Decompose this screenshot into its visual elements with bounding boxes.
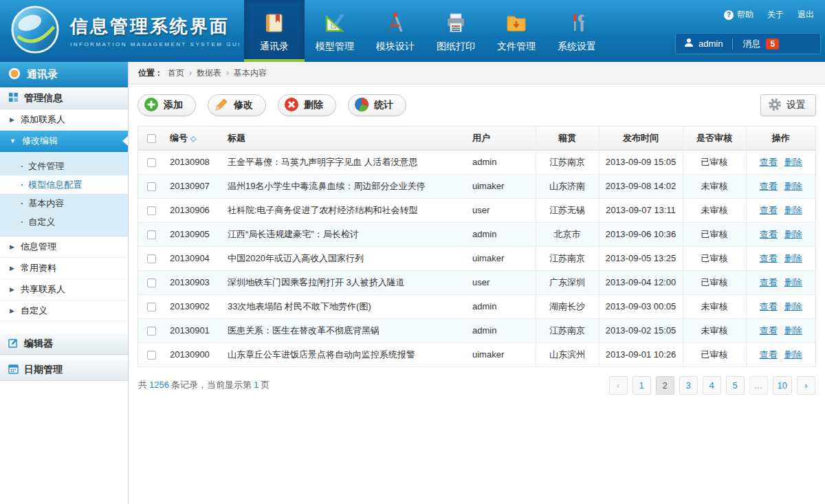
row-checkbox[interactable] xyxy=(147,278,156,287)
view-link[interactable]: 查看 xyxy=(760,277,778,287)
message-count-badge[interactable]: 5 xyxy=(766,39,779,50)
page-button-5[interactable]: 5 xyxy=(726,376,745,395)
row-checkbox[interactable] xyxy=(147,254,156,263)
view-link[interactable]: 查看 xyxy=(760,325,778,336)
table-row: 20130907 温州19名小学生中毒流鼻血续：周边部分企业关停 uimaker… xyxy=(138,174,815,198)
row-checkbox[interactable] xyxy=(147,206,156,215)
record-summary: 共1256条记录，当前显示第1页 xyxy=(138,379,270,391)
row-time: 2013-09-01 10:26 xyxy=(599,342,683,366)
delete-link[interactable]: 删除 xyxy=(784,181,802,191)
sidebar-item-label: 信息管理 xyxy=(21,241,56,253)
row-id: 20130903 xyxy=(164,270,222,294)
tab-print[interactable]: 图纸打印 xyxy=(426,0,486,62)
page-button-1[interactable]: 1 xyxy=(632,376,651,395)
statistics-button[interactable]: 统计 xyxy=(348,94,406,116)
sidebar-title-contacts[interactable]: 通讯录 xyxy=(0,62,128,87)
tab-file-management[interactable]: 文件管理 xyxy=(486,0,547,62)
delete-link[interactable]: 删除 xyxy=(784,229,802,239)
table-row: 20130903 深圳地铁车门因乘客拉闸打开 3人被挤入隧道 user 广东深圳… xyxy=(138,270,815,294)
view-link[interactable]: 查看 xyxy=(760,157,778,167)
row-origin: 江苏南京 xyxy=(536,318,599,342)
subitem-custom[interactable]: · 自定义 xyxy=(0,212,128,231)
bullet-icon: · xyxy=(21,179,23,190)
row-checkbox[interactable] xyxy=(147,182,156,191)
main-content: 位置： 首页 › 数据表 › 基本内容 添加 xyxy=(129,62,825,504)
header-id: 编号 xyxy=(170,133,188,143)
row-title: 社科院:电子商务促进了农村经济结构和社会转型 xyxy=(222,198,467,222)
row-checkbox[interactable] xyxy=(147,351,156,360)
delete-link[interactable]: 删除 xyxy=(784,349,802,360)
edit-button[interactable]: 修改 xyxy=(208,94,266,116)
delete-button[interactable]: 删除 xyxy=(278,94,336,116)
settings-button[interactable]: 设置 xyxy=(760,94,816,116)
statistics-label: 统计 xyxy=(374,99,393,111)
view-link[interactable]: 查看 xyxy=(760,229,778,239)
row-time: 2013-09-08 14:02 xyxy=(599,174,683,198)
view-link[interactable]: 查看 xyxy=(760,181,778,191)
select-all-checkbox[interactable] xyxy=(147,134,156,143)
view-link[interactable]: 查看 xyxy=(760,253,778,263)
add-button[interactable]: 添加 xyxy=(138,94,196,116)
row-user: user xyxy=(467,198,536,222)
delete-link[interactable]: 删除 xyxy=(784,205,802,215)
tab-contacts[interactable]: 通讯录 xyxy=(244,0,305,62)
help-link[interactable]: ? 帮助 xyxy=(724,9,754,21)
app-title: 信息管理系统界面 xyxy=(70,14,241,39)
page-button-4[interactable]: 4 xyxy=(703,376,721,395)
sidebar-item-custom[interactable]: ▶ 自定义 xyxy=(0,300,128,322)
subitem-file-management[interactable]: · 文件管理 xyxy=(0,157,128,175)
tab-module-design[interactable]: 模块设计 xyxy=(365,0,426,62)
page-button-3[interactable]: 3 xyxy=(679,376,698,395)
tab-model-management[interactable]: 模型管理 xyxy=(305,0,365,62)
row-checkbox[interactable] xyxy=(147,327,156,336)
row-time: 2013-09-03 00:05 xyxy=(599,294,683,318)
view-link[interactable]: 查看 xyxy=(760,349,778,360)
delete-link[interactable]: 删除 xyxy=(784,253,802,263)
gear-icon xyxy=(768,98,782,113)
next-page-button[interactable]: › xyxy=(797,376,815,395)
prev-page-button[interactable]: ‹ xyxy=(609,376,628,395)
delete-link[interactable]: 删除 xyxy=(784,301,802,311)
editor-icon xyxy=(8,338,19,350)
delete-link[interactable]: 删除 xyxy=(784,157,802,167)
messages-link[interactable]: 消息 xyxy=(742,38,760,50)
row-user: admin xyxy=(467,150,536,174)
row-checkbox[interactable] xyxy=(147,158,156,167)
breadcrumb-datatable[interactable]: 数据表 xyxy=(197,67,221,79)
sidebar-group-manage-info[interactable]: 管理信息 xyxy=(0,87,128,109)
row-checkbox[interactable] xyxy=(147,303,156,311)
sidebar-item-shared-contacts[interactable]: ▶ 共享联系人 xyxy=(0,279,128,300)
row-id: 20130900 xyxy=(164,342,222,366)
table-row: 20130908 王金平幕僚：马英九声明字字见血 人活着没意思 admin 江苏… xyxy=(138,150,815,174)
subitem-basic-content[interactable]: · 基本内容 xyxy=(0,194,128,212)
page-button-2[interactable]: 2 xyxy=(656,376,674,395)
tab-label: 系统设置 xyxy=(558,41,596,53)
row-user: uimaker xyxy=(467,342,536,366)
logo-area: 信息管理系统界面 INFORMATION MANAGEMENT SYSTEM G… xyxy=(0,0,244,62)
row-id: 20130905 xyxy=(164,222,222,246)
subitem-label: 模型信息配置 xyxy=(28,179,82,191)
logout-link[interactable]: 退出 xyxy=(798,9,814,21)
view-link[interactable]: 查看 xyxy=(760,205,778,215)
breadcrumb-home[interactable]: 首页 xyxy=(168,67,184,79)
sidebar-item-info-management[interactable]: ▶ 信息管理 xyxy=(0,237,128,258)
delete-link[interactable]: 删除 xyxy=(784,325,802,336)
sidebar-item-modify-edit[interactable]: ▼ 修改编辑 xyxy=(0,131,128,152)
row-title: 温州19名小学生中毒流鼻血续：周边部分企业关停 xyxy=(222,174,467,198)
subitem-model-info-config[interactable]: · 模型信息配置 xyxy=(0,175,128,194)
sidebar-group-date-management[interactable]: 日期管理 xyxy=(0,359,128,381)
tab-system-settings[interactable]: 系统设置 xyxy=(547,0,607,62)
page-button-10[interactable]: 10 xyxy=(773,376,792,395)
delete-link[interactable]: 删除 xyxy=(784,277,802,287)
about-link[interactable]: 关于 xyxy=(767,9,784,21)
sidebar-group-editor[interactable]: 编辑器 xyxy=(0,333,128,355)
row-checkbox[interactable] xyxy=(147,230,156,239)
table-footer: 共1256条记录，当前显示第1页 ‹ 1 2 3 4 5 … 10 › xyxy=(129,367,825,404)
bullet-icon: · xyxy=(21,217,23,227)
sidebar-item-common-materials[interactable]: ▶ 常用资料 xyxy=(0,258,128,279)
logo-globe-icon xyxy=(10,4,60,58)
view-link[interactable]: 查看 xyxy=(760,301,778,311)
current-user-link[interactable]: admin xyxy=(698,39,723,49)
sort-icon[interactable]: ◇ xyxy=(190,134,196,142)
sidebar-item-add-contact[interactable]: ▶ 添加联系人 xyxy=(0,109,128,131)
